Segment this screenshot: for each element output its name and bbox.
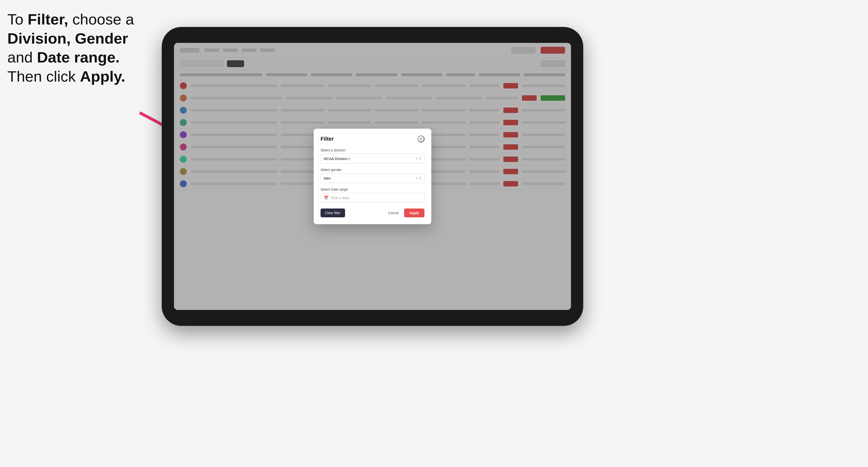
clear-filter-button[interactable]: Clear filter bbox=[320, 209, 345, 217]
apply-button[interactable]: Apply bbox=[404, 209, 425, 217]
division-clear-icon[interactable]: × bbox=[416, 157, 418, 160]
instruction-and: and bbox=[7, 49, 37, 66]
cancel-button[interactable]: Cancel bbox=[385, 209, 402, 217]
date-label: Select Date range bbox=[320, 187, 425, 191]
gender-clear-icon[interactable]: × bbox=[416, 176, 418, 180]
instruction-bold3: Date range. bbox=[37, 49, 120, 66]
gender-value: Men bbox=[324, 176, 331, 180]
division-chevron-icon[interactable]: ▲ ▼ bbox=[419, 157, 421, 161]
instruction-bold4: Apply. bbox=[80, 68, 125, 85]
chevron-up: ▲ bbox=[419, 157, 421, 158]
gender-select[interactable]: Men × ▲ ▼ bbox=[320, 173, 425, 183]
division-form-group: Select a division NCAA Division I × ▲ ▼ bbox=[320, 148, 425, 163]
gender-select-actions: × ▲ ▼ bbox=[416, 176, 421, 180]
tablet-screen: Filter × Select a division NCAA Division… bbox=[174, 43, 571, 310]
calendar-icon: 📅 bbox=[324, 195, 329, 200]
gender-form-group: Select gender Men × ▲ ▼ bbox=[320, 168, 425, 183]
gender-chevron-icon[interactable]: ▲ ▼ bbox=[419, 176, 421, 180]
modal-overlay: Filter × Select a division NCAA Division… bbox=[174, 43, 571, 310]
instruction-text: To Filter, choose a Division, Gender and… bbox=[7, 10, 150, 86]
instruction-bold1: Filter, bbox=[28, 11, 68, 28]
division-select[interactable]: NCAA Division I × ▲ ▼ bbox=[320, 154, 425, 163]
date-form-group: Select Date range 📅 Pick a date bbox=[320, 187, 425, 203]
division-select-actions: × ▲ ▼ bbox=[416, 157, 421, 161]
filter-modal: Filter × Select a division NCAA Division… bbox=[314, 129, 431, 224]
chevron-down: ▼ bbox=[419, 178, 421, 180]
instruction-then: Then click bbox=[7, 68, 80, 85]
gender-label: Select gender bbox=[320, 168, 425, 172]
modal-footer-right: Cancel Apply bbox=[385, 209, 425, 217]
instruction-prefix: To bbox=[7, 11, 28, 28]
date-placeholder: Pick a date bbox=[331, 196, 349, 200]
date-input[interactable]: 📅 Pick a date bbox=[320, 193, 425, 203]
modal-close-button[interactable]: × bbox=[417, 135, 425, 142]
modal-title: Filter bbox=[320, 136, 334, 142]
modal-footer: Clear filter Cancel Apply bbox=[320, 209, 425, 217]
tablet-frame: Filter × Select a division NCAA Division… bbox=[162, 27, 583, 326]
instruction-bold2: Division, Gender bbox=[7, 30, 128, 47]
chevron-down: ▼ bbox=[419, 159, 421, 161]
modal-header: Filter × bbox=[320, 135, 425, 142]
chevron-up: ▲ bbox=[419, 176, 421, 178]
instruction-middle: choose a bbox=[68, 11, 134, 28]
division-value: NCAA Division I bbox=[324, 157, 350, 161]
division-label: Select a division bbox=[320, 148, 425, 152]
